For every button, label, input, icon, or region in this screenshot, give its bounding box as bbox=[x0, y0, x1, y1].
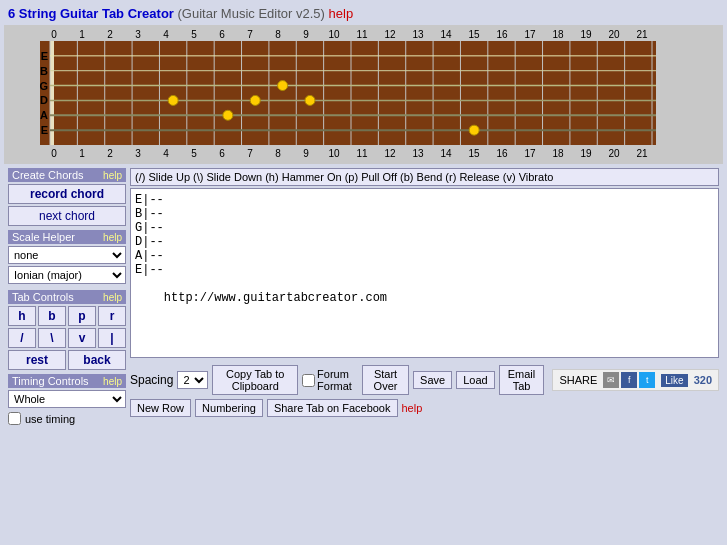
tab-controls-label: Tab Controls bbox=[12, 291, 74, 303]
tab-btn-back[interactable]: back bbox=[68, 350, 126, 370]
tab-btn-h[interactable]: h bbox=[8, 306, 36, 326]
create-chords-section: Create Chords help record chord next cho… bbox=[8, 168, 126, 226]
fretboard-area: 0123456789101112131415161718192021 01234… bbox=[4, 25, 723, 164]
tab-btn-row1: h b p r bbox=[8, 306, 126, 326]
tab-btn-p[interactable]: p bbox=[68, 306, 96, 326]
use-timing-checkbox[interactable] bbox=[8, 412, 21, 425]
tab-controls-help[interactable]: help bbox=[103, 292, 122, 303]
record-chord-button[interactable]: record chord bbox=[8, 184, 126, 204]
spacing-select[interactable]: 1 2 3 4 bbox=[177, 371, 208, 389]
app-title-link[interactable]: 6 String Guitar Tab Creator bbox=[8, 6, 174, 21]
key-select[interactable]: Ionian (major) Dorian Phrygian bbox=[8, 266, 126, 284]
timing-controls-label: Timing Controls bbox=[12, 375, 89, 387]
create-chords-label: Create Chords bbox=[12, 169, 84, 181]
scale-helper-help[interactable]: help bbox=[103, 232, 122, 243]
share-widget: SHARE ✉ f t Like 320 bbox=[552, 369, 719, 391]
scale-helper-section: Scale Helper help none Ionian (major) Do… bbox=[8, 230, 126, 286]
fretboard-canvas[interactable] bbox=[40, 41, 656, 145]
forum-format-checkbox[interactable] bbox=[302, 374, 315, 387]
scale-helper-header: Scale Helper help bbox=[8, 230, 126, 244]
like-count: 320 bbox=[694, 374, 712, 386]
timing-select[interactable]: Whole Half Quarter Eighth Sixteenth bbox=[8, 390, 126, 408]
email-share-icon[interactable]: ✉ bbox=[603, 372, 619, 388]
bottom-row1: Spacing 1 2 3 4 Copy Tab to Clipboard Fo… bbox=[130, 365, 719, 395]
numbering-button[interactable]: Numbering bbox=[195, 399, 263, 417]
title-bar: 6 String Guitar Tab Creator (Guitar Musi… bbox=[4, 4, 723, 25]
email-tab-button[interactable]: Email Tab bbox=[499, 365, 545, 395]
copy-tab-button[interactable]: Copy Tab to Clipboard bbox=[212, 365, 298, 395]
share-facebook-button[interactable]: Share Tab on Facebook bbox=[267, 399, 398, 417]
scale-helper-label: Scale Helper bbox=[12, 231, 75, 243]
create-chords-header: Create Chords help bbox=[8, 168, 126, 182]
tab-btn-bar[interactable]: | bbox=[98, 328, 126, 348]
tab-btn-v[interactable]: v bbox=[68, 328, 96, 348]
tab-btn-slideup[interactable]: / bbox=[8, 328, 36, 348]
create-chords-help[interactable]: help bbox=[103, 170, 122, 181]
load-button[interactable]: Load bbox=[456, 371, 494, 389]
like-button[interactable]: Like bbox=[661, 374, 687, 387]
timing-select-row: Whole Half Quarter Eighth Sixteenth bbox=[8, 390, 126, 410]
title-help-link[interactable]: help bbox=[329, 6, 354, 21]
legend-bar: (/) Slide Up (\) Slide Down (h) Hammer O… bbox=[130, 168, 719, 186]
share-icons: ✉ f t bbox=[603, 372, 655, 388]
timing-section: Timing Controls help Whole Half Quarter … bbox=[8, 374, 126, 425]
tab-textarea[interactable] bbox=[130, 188, 719, 358]
spacing-label: Spacing bbox=[130, 373, 173, 387]
subtitle: (Guitar Music Editor v2.5) bbox=[178, 6, 325, 21]
tab-btn-r[interactable]: r bbox=[98, 306, 126, 326]
twitter-share-icon[interactable]: t bbox=[639, 372, 655, 388]
bottom-controls: Spacing 1 2 3 4 Copy Tab to Clipboard Fo… bbox=[130, 365, 719, 417]
fret-numbers-top: 0123456789101112131415161718192021 bbox=[40, 29, 656, 40]
tab-btn-b[interactable]: b bbox=[38, 306, 66, 326]
new-row-button[interactable]: New Row bbox=[130, 399, 191, 417]
scale-select[interactable]: none Ionian (major) Dorian Phrygian Lydi… bbox=[8, 246, 126, 264]
start-over-button[interactable]: Start Over bbox=[362, 365, 409, 395]
facebook-share-icon[interactable]: f bbox=[621, 372, 637, 388]
tab-controls-header: Tab Controls help bbox=[8, 290, 126, 304]
timing-controls-help[interactable]: help bbox=[103, 376, 122, 387]
save-button[interactable]: Save bbox=[413, 371, 452, 389]
timing-controls-header: Timing Controls help bbox=[8, 374, 126, 388]
tab-btn-rest[interactable]: rest bbox=[8, 350, 66, 370]
tab-btn-slidedown[interactable]: \ bbox=[38, 328, 66, 348]
right-panel: (/) Slide Up (\) Slide Down (h) Hammer O… bbox=[130, 168, 719, 429]
tab-controls-section: Tab Controls help h b p r / \ v | rest bbox=[8, 290, 126, 370]
fret-numbers-bottom: 0123456789101112131415161718192021 bbox=[40, 148, 656, 159]
main-container: 6 String Guitar Tab Creator (Guitar Musi… bbox=[0, 0, 727, 545]
use-timing-row: use timing bbox=[8, 412, 126, 425]
tab-btn-row2: / \ v | bbox=[8, 328, 126, 348]
next-chord-button[interactable]: next chord bbox=[8, 206, 126, 226]
bottom-row2: New Row Numbering Share Tab on Facebook … bbox=[130, 399, 719, 417]
content-area: Create Chords help record chord next cho… bbox=[4, 168, 723, 429]
use-timing-label: use timing bbox=[25, 413, 75, 425]
bottom-help-link[interactable]: help bbox=[402, 402, 423, 414]
forum-format-label: Forum Format bbox=[302, 368, 358, 392]
tab-btn-row3: rest back bbox=[8, 350, 126, 370]
left-panel: Create Chords help record chord next cho… bbox=[8, 168, 126, 429]
share-label: SHARE bbox=[559, 374, 597, 386]
